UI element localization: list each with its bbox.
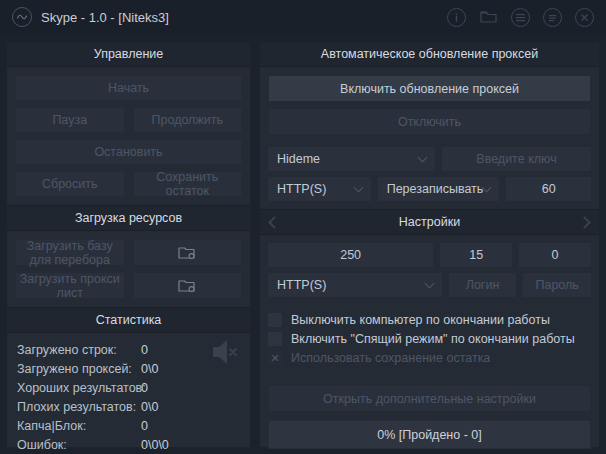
- right-panel: Автоматическое обновление проксей Включи…: [259, 40, 600, 448]
- stat-label: Загружено проксей:: [17, 362, 141, 376]
- threads-input[interactable]: [268, 243, 433, 267]
- control-buttons: Начать Пауза Продолжить Остановить Сброс…: [7, 67, 250, 205]
- left-panel: Управление Начать Пауза Продолжить Остан…: [6, 40, 251, 448]
- proxy-update-section-header: Автоматическое обновление проксей: [260, 41, 599, 67]
- statistics-section-header: Статистика: [7, 307, 250, 333]
- info-icon[interactable]: [447, 8, 466, 27]
- reset-button[interactable]: Сбросить: [15, 171, 125, 197]
- load-proxy-button[interactable]: Загрузить прокси лист: [15, 272, 125, 299]
- resources-section-header: Загрузка ресурсов: [7, 205, 250, 231]
- browse-proxy-button[interactable]: [133, 272, 243, 299]
- folder-search-icon: [178, 278, 196, 293]
- statistics-grid: Загружено строк: 0 Загружено проксей: 0\…: [17, 343, 240, 452]
- checkbox-label: Выключить компьютер по окончании работы: [291, 313, 550, 327]
- save-remainder-checkbox[interactable]: ✕ Использовать сохранение остатка: [268, 350, 591, 366]
- proxy-protocol-dropdown[interactable]: HTTP(S): [268, 177, 371, 201]
- browse-base-button[interactable]: [133, 239, 243, 266]
- folder-search-icon: [178, 245, 196, 260]
- api-key-input[interactable]: [442, 147, 591, 171]
- window-title: Skype - 1.0 - [Niteks3]: [41, 10, 438, 25]
- list-icon[interactable]: [511, 8, 530, 27]
- enable-proxy-update-button[interactable]: Включить обновление проксей: [268, 75, 591, 102]
- work-protocol-dropdown[interactable]: HTTP(S): [268, 273, 442, 297]
- stat-value: 0\0\0: [141, 438, 240, 452]
- chevron-down-icon: [482, 182, 492, 192]
- shutdown-checkbox[interactable]: Выключить компьютер по окончании работы: [268, 312, 591, 328]
- stat-label: Загружено строк:: [17, 343, 141, 357]
- start-button[interactable]: Начать: [15, 75, 242, 101]
- checkbox-box[interactable]: [268, 332, 282, 346]
- save-remainder-button[interactable]: Сохранить остаток: [133, 171, 243, 197]
- menu-icon[interactable]: [543, 8, 562, 27]
- write-mode-dropdown[interactable]: Перезаписывать: [378, 177, 500, 201]
- progress-bar: 0% [Пройдено - 0]: [268, 420, 591, 449]
- mute-speaker-icon[interactable]: [208, 335, 242, 369]
- settings-header-label: Настройки: [399, 215, 460, 229]
- settings-body: HTTP(S) Выключить компьютер по окончании…: [260, 235, 599, 420]
- stat-label: Ошибок:: [17, 438, 141, 452]
- pause-button[interactable]: Пауза: [15, 107, 125, 133]
- chevron-left-icon[interactable]: [268, 216, 281, 229]
- control-header-label: Управление: [94, 47, 164, 61]
- work-protocol-value: HTTP(S): [277, 278, 426, 292]
- proxy-protocol-value: HTTP(S): [277, 182, 355, 196]
- stat-value: 0\0: [141, 400, 240, 414]
- statistics-header-label: Статистика: [96, 313, 162, 327]
- control-section-header: Управление: [7, 41, 250, 67]
- disable-proxy-update-button[interactable]: Отключить: [268, 108, 591, 135]
- proxy-service-value: Hideme: [277, 152, 419, 166]
- stat-value: 0: [141, 381, 240, 395]
- write-mode-value: Перезаписывать: [387, 182, 484, 196]
- timeout-input[interactable]: [440, 243, 512, 267]
- proxy-service-dropdown[interactable]: Hideme: [268, 147, 435, 171]
- stat-label: Плохих результатов:: [17, 400, 141, 414]
- continue-button[interactable]: Продолжить: [133, 107, 243, 133]
- chevron-down-icon: [353, 182, 363, 192]
- settings-section-header: Настройки: [260, 209, 599, 235]
- main-content: Управление Начать Пауза Продолжить Остан…: [0, 34, 606, 454]
- chevron-down-icon: [418, 152, 428, 162]
- resources-buttons: Загрузить базу для перебора Загрузить пр…: [7, 231, 250, 307]
- update-interval-input[interactable]: [506, 177, 591, 201]
- proxy-update-header-label: Автоматическое обновление проксей: [321, 47, 538, 61]
- titlebar: Skype - 1.0 - [Niteks3]: [0, 0, 606, 34]
- password-input[interactable]: [523, 273, 591, 297]
- checkbox-label: Использовать сохранение остатка: [291, 351, 490, 365]
- chevron-right-icon[interactable]: [578, 216, 591, 229]
- stat-label: Хороших результатов:: [17, 381, 141, 395]
- folder-icon[interactable]: [479, 8, 498, 27]
- app-logo-icon: [12, 7, 32, 27]
- retries-input[interactable]: [519, 243, 591, 267]
- progress-label: 0% [Пройдено - 0]: [377, 428, 482, 442]
- login-input[interactable]: [449, 273, 517, 297]
- statistics-body: Загружено строк: 0 Загружено проксей: 0\…: [7, 333, 250, 454]
- checkbox-label: Включить "Спящий режим" по окончании раб…: [291, 332, 575, 346]
- load-base-button[interactable]: Загрузить базу для перебора: [15, 239, 125, 266]
- chevron-down-icon: [424, 278, 434, 288]
- resources-header-label: Загрузка ресурсов: [75, 211, 182, 225]
- sleep-mode-checkbox[interactable]: Включить "Спящий режим" по окончании раб…: [268, 331, 591, 347]
- checkbox-box[interactable]: [268, 313, 282, 327]
- stat-label: Капча|Блок:: [17, 419, 141, 433]
- checkbox-box-checked[interactable]: ✕: [268, 351, 282, 365]
- titlebar-buttons: [447, 8, 594, 27]
- advanced-settings-button[interactable]: Открыть дополнительные настройки: [268, 385, 591, 412]
- stop-button[interactable]: Остановить: [15, 139, 242, 165]
- close-icon[interactable]: [575, 8, 594, 27]
- stat-value: 0: [141, 419, 240, 433]
- proxy-update-body: Включить обновление проксей Отключить Hi…: [260, 67, 599, 209]
